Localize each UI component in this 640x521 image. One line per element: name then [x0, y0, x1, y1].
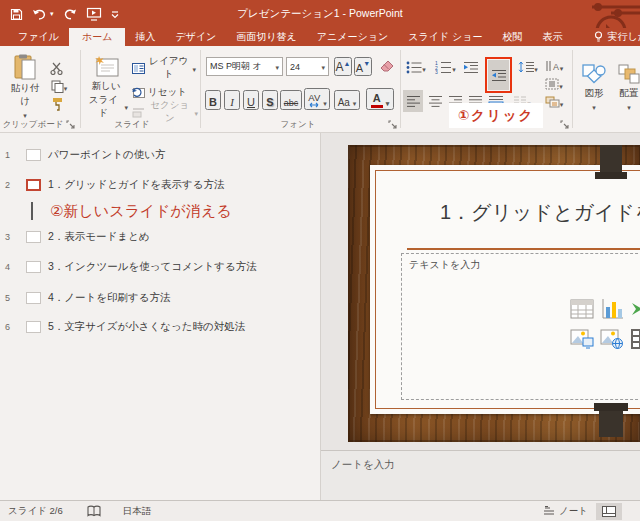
tab-view[interactable]: 表示: [532, 28, 572, 46]
shapes-button[interactable]: 図形: [576, 56, 612, 118]
content-placeholder-text: テキストを入力: [409, 258, 480, 272]
slide-thumbnail-box[interactable]: [26, 292, 41, 304]
line-spacing-button[interactable]: [515, 58, 541, 76]
font-color-swatch: [371, 105, 383, 108]
outline-item-4[interactable]: 4 3．インクツールを使ってコメントする方法: [0, 256, 320, 278]
bullets-button[interactable]: [403, 58, 429, 76]
line-spacing-icon: [518, 60, 534, 74]
slide-canvas[interactable]: 1．グリッドとガイドを テキストを入力: [348, 145, 640, 442]
outline-item-3[interactable]: 3 2．表示モードまとめ: [0, 226, 320, 248]
text-direction-button[interactable]: A: [540, 58, 568, 74]
slide-thumbnail-box-current[interactable]: [26, 179, 41, 191]
insert-screenshot-icon[interactable]: [570, 328, 594, 350]
slide-thumbnail-box[interactable]: [26, 261, 41, 273]
slide-thumbnail-box[interactable]: [26, 231, 41, 243]
format-painter-button[interactable]: [48, 96, 66, 112]
bullet-list-icon: [406, 61, 422, 74]
strikethrough-button[interactable]: abc: [280, 90, 302, 110]
text-cursor: [31, 202, 33, 220]
insert-online-picture-icon[interactable]: [600, 328, 624, 350]
slide-title-text[interactable]: 1．グリッドとガイドを: [440, 199, 640, 226]
copy-icon: [51, 80, 64, 93]
tape-clip-bottom-cap: [594, 403, 628, 411]
reset-button[interactable]: リセット: [132, 84, 192, 100]
smartart-convert-icon: [545, 96, 560, 108]
grow-font-button[interactable]: A▲: [334, 57, 352, 76]
font-name-combobox[interactable]: MS P明朝 オ: [206, 57, 283, 76]
shrink-font-button[interactable]: A▼: [354, 57, 372, 76]
scissors-icon: [50, 62, 64, 75]
workspace: 1 パワーポイントの使い方 2 1．グリッドとガイドを表示する方法 ②新しいスラ…: [0, 133, 640, 500]
notes-pane[interactable]: ノートを入力: [321, 450, 640, 500]
clear-formatting-button[interactable]: [377, 57, 396, 76]
character-spacing-button[interactable]: AV: [304, 88, 330, 110]
tab-insert[interactable]: 挿入: [125, 28, 165, 46]
notes-toggle-button[interactable]: ノート: [543, 505, 588, 518]
new-slide-button[interactable]: 新しい スライド: [84, 54, 128, 120]
tape-clip-top-cap: [595, 172, 627, 179]
slides-group-label: スライド: [100, 119, 164, 131]
annotation-step2-row: ②新しいスライドが消える: [0, 199, 232, 223]
notes-placeholder-text: ノートを入力: [331, 458, 395, 472]
outline-item-1[interactable]: 1 パワーポイントの使い方: [0, 144, 320, 166]
spellcheck-book-icon[interactable]: [87, 505, 101, 517]
shapes-icon: [581, 63, 607, 86]
outline-item-6[interactable]: 6 5．文字サイズが小さくなった時の対処法: [0, 316, 320, 338]
language-indicator[interactable]: 日本語: [123, 505, 152, 518]
outline-item-2-current[interactable]: 2 1．グリッドとガイドを表示する方法: [0, 174, 320, 196]
content-placeholder[interactable]: テキストを入力: [401, 253, 640, 400]
insert-smartart-icon[interactable]: [630, 298, 640, 320]
italic-button[interactable]: I: [224, 90, 240, 110]
underline-button[interactable]: U: [243, 90, 259, 110]
new-slide-icon: [93, 55, 119, 79]
tab-review[interactable]: 校閲: [492, 28, 532, 46]
decrease-indent-button[interactable]: [461, 58, 480, 76]
font-dialog-launcher-icon[interactable]: [388, 120, 397, 129]
decrease-indent-icon: [463, 61, 479, 74]
tab-file[interactable]: ファイル: [8, 28, 69, 46]
paragraph-dialog-launcher-icon[interactable]: [560, 120, 569, 129]
slide-editor: 1．グリッドとガイドを テキストを入力: [320, 133, 640, 500]
ribbon: 貼り付け クリップボード 新しい: [0, 46, 640, 133]
text-direction-icon: A: [545, 60, 560, 72]
slide-layout-icon: [132, 63, 145, 74]
outline-item-5[interactable]: 5 4．ノートを印刷する方法: [0, 287, 320, 309]
normal-view-button[interactable]: [596, 503, 622, 520]
font-color-button[interactable]: A: [366, 88, 394, 110]
insert-chart-icon[interactable]: [600, 298, 624, 320]
clipboard-dialog-launcher-icon[interactable]: [66, 120, 75, 129]
tell-me-box[interactable]: 実行したい作業: [584, 28, 640, 46]
tab-transitions[interactable]: 画面切り替え: [226, 28, 306, 46]
slide-thumbnail-box[interactable]: [26, 149, 41, 161]
tape-clip-top: [600, 145, 622, 174]
align-text-button[interactable]: [540, 76, 568, 92]
tab-home[interactable]: ホーム: [69, 28, 125, 46]
font-group-label: フォント: [268, 119, 328, 131]
cut-button[interactable]: [48, 60, 66, 76]
tab-animations[interactable]: アニメーション: [307, 28, 398, 46]
bold-button[interactable]: B: [205, 90, 221, 110]
change-case-button[interactable]: Aa: [334, 90, 360, 110]
section-button[interactable]: セクション: [132, 104, 198, 120]
title-bar: ▾ プレゼンテーション1 - PowerPoint: [0, 0, 640, 28]
convert-to-smartart-button[interactable]: [540, 94, 568, 110]
numbered-list-icon: 123: [435, 60, 452, 74]
slide-thumbnail-box[interactable]: [26, 321, 41, 333]
slide-paper: 1．グリッドとガイドを テキストを入力: [370, 165, 640, 414]
copy-button[interactable]: [46, 78, 72, 94]
layout-button[interactable]: レイアウト: [132, 60, 196, 76]
align-left-button[interactable]: [403, 90, 423, 112]
insert-table-icon[interactable]: [570, 298, 594, 320]
align-center-button[interactable]: [426, 92, 444, 110]
clipboard-group-label: クリップボード: [0, 119, 66, 131]
title-divider-rule: [407, 248, 640, 250]
paste-button[interactable]: 貼り付け: [6, 54, 44, 120]
font-size-combobox[interactable]: 24: [286, 57, 329, 76]
slide-number-indicator[interactable]: スライド 2/6: [8, 505, 63, 518]
insert-video-icon[interactable]: [630, 328, 640, 350]
tab-design[interactable]: デザイン: [165, 28, 226, 46]
arrange-button[interactable]: 配置: [614, 56, 640, 118]
text-shadow-button[interactable]: S: [262, 90, 278, 110]
numbering-button[interactable]: 123: [432, 58, 459, 76]
tab-slideshow[interactable]: スライド ショー: [398, 28, 492, 46]
